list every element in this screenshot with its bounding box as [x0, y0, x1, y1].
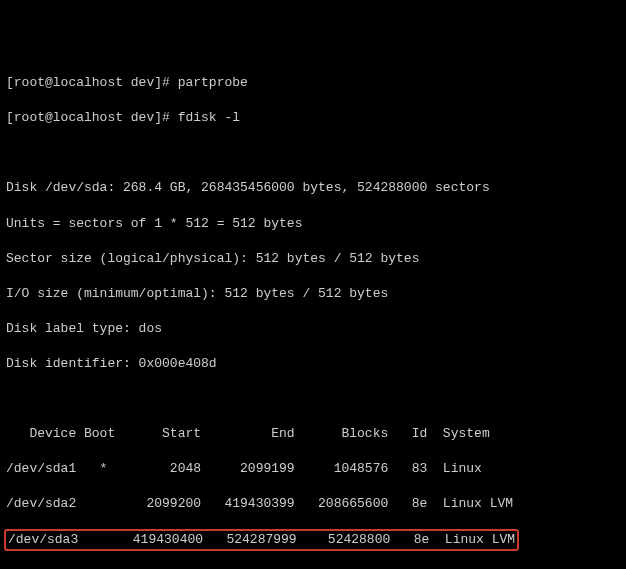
disk-labeltype-sda: Disk label type: dos [6, 320, 620, 338]
prompt-line-2: [root@localhost dev]# fdisk -l [6, 109, 620, 127]
partition-row-sda3-highlight: /dev/sda3 419430400 524287999 52428800 8… [4, 529, 519, 551]
prompt-line-1: [root@localhost dev]# partprobe [6, 74, 620, 92]
blank-line [6, 144, 620, 162]
partition-row-sda3: /dev/sda3 419430400 524287999 52428800 8… [8, 532, 515, 547]
disk-header-sda: Disk /dev/sda: 268.4 GB, 268435456000 by… [6, 179, 620, 197]
command-text: fdisk -l [178, 110, 240, 125]
disk-io-sda: I/O size (minimum/optimal): 512 bytes / … [6, 285, 620, 303]
partition-table-header: Device Boot Start End Blocks Id System [6, 425, 620, 443]
command-text: partprobe [178, 75, 248, 90]
disk-sector-sda: Sector size (logical/physical): 512 byte… [6, 250, 620, 268]
disk-identifier-sda: Disk identifier: 0x000e408d [6, 355, 620, 373]
blank-line [6, 390, 620, 408]
partition-row-sda1: /dev/sda1 * 2048 2099199 1048576 83 Linu… [6, 460, 620, 478]
prompt-prefix: [root@localhost dev]# [6, 110, 178, 125]
prompt-prefix: [root@localhost dev]# [6, 75, 178, 90]
disk-units-sda: Units = sectors of 1 * 512 = 512 bytes [6, 215, 620, 233]
partition-row-sda2: /dev/sda2 2099200 419430399 208665600 8e… [6, 495, 620, 513]
